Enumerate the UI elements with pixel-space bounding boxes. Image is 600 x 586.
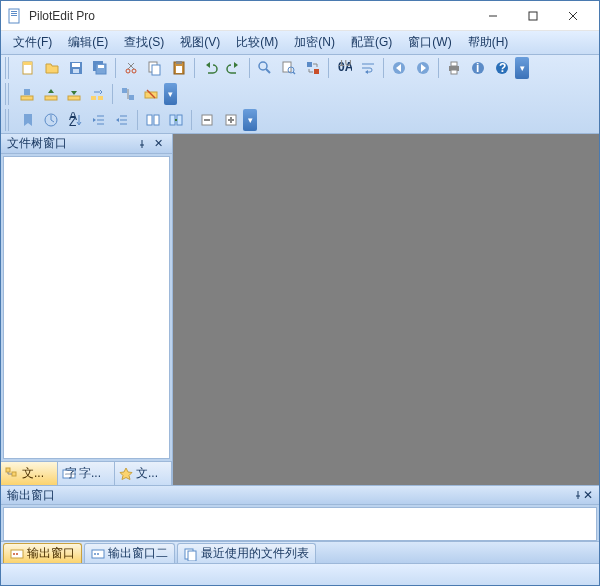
toolbar-separator [328,58,329,78]
svg-line-29 [293,72,295,74]
menu-window[interactable]: 窗口(W) [400,32,459,53]
undo-button[interactable] [199,57,221,79]
menu-config[interactable]: 配置(G) [343,32,400,53]
find-button[interactable] [254,57,276,79]
svg-rect-74 [6,468,10,472]
svg-rect-30 [307,62,312,67]
svg-rect-23 [176,61,182,64]
redo-button[interactable] [223,57,245,79]
close-panel-icon[interactable]: ✕ [150,136,166,152]
sidebar-tabs: 文... 字 字... 文... [1,461,172,485]
svg-point-79 [13,553,15,555]
close-panel-icon[interactable]: ✕ [583,488,593,502]
paste-button[interactable] [168,57,190,79]
bottom-tab-output[interactable]: 输出窗口 [3,543,82,563]
minimize-button[interactable] [473,2,513,30]
title-bar[interactable]: PilotEdit Pro [1,1,599,31]
compare-button[interactable] [142,109,164,131]
pin-icon[interactable] [573,490,583,500]
body-area: 文件树窗口 ✕ 文... 字 字... 文... [1,134,599,485]
svg-point-25 [259,62,267,70]
copy-button[interactable] [144,57,166,79]
bottom-tab-output2[interactable]: 输出窗口二 [84,543,175,563]
toolbar-overflow[interactable]: ▾ [243,109,257,131]
bottom-tab-label: 最近使用的文件列表 [201,545,309,562]
star-icon [119,467,133,481]
cut-button[interactable] [120,57,142,79]
toolbar-overflow[interactable]: ▾ [164,83,178,105]
file-tree-body[interactable] [3,156,170,459]
sidebar-tab-favorites[interactable]: 文... [115,462,172,485]
merge-button[interactable] [166,109,188,131]
save-button[interactable] [65,57,87,79]
next-button[interactable] [412,57,434,79]
sidebar-tab-label: 字... [79,465,101,482]
menu-compare[interactable]: 比较(M) [228,32,286,53]
output-body[interactable] [3,507,597,541]
toolbar-grip[interactable] [5,57,11,79]
bookmark-button[interactable] [17,109,39,131]
output-header: 输出窗口 ✕ [1,485,599,505]
hex-button[interactable]: 0A10 [333,57,355,79]
svg-rect-1 [11,11,17,12]
sidebar-tab-files[interactable]: 文... [1,462,58,485]
open-file-button[interactable] [41,57,63,79]
print-button[interactable] [443,57,465,79]
sort-button[interactable]: AZ [64,109,86,131]
menu-search[interactable]: 查找(S) [116,32,172,53]
menu-edit[interactable]: 编辑(E) [60,32,116,53]
svg-rect-11 [72,63,80,67]
ftp-upload-button[interactable] [40,83,61,105]
toolbar-overflow[interactable]: ▾ [515,57,529,79]
replace-button[interactable] [302,57,324,79]
svg-text:?: ? [499,61,506,75]
toolbar-row-3: AZ ▾ [1,107,261,133]
svg-rect-47 [45,96,57,100]
help-button[interactable]: ? [491,57,513,79]
outdent-button[interactable] [111,109,133,131]
ftp-download-button[interactable] [63,83,84,105]
collapse-button[interactable] [196,109,218,131]
svg-text:10: 10 [338,60,352,69]
svg-rect-3 [11,15,17,16]
wrap-button[interactable] [357,57,379,79]
menu-encrypt[interactable]: 加密(N) [286,32,343,53]
goto-button[interactable] [40,109,62,131]
indent-button[interactable] [88,109,110,131]
toolbar-separator [383,58,384,78]
svg-point-16 [126,69,130,73]
sidebar-tab-chars[interactable]: 字 字... [58,462,115,485]
menu-help[interactable]: 帮助(H) [460,32,517,53]
toolbar-separator [194,58,195,78]
svg-rect-45 [21,96,33,100]
editor-area[interactable] [173,134,599,485]
prev-button[interactable] [388,57,410,79]
ftp-connect-button[interactable] [17,83,38,105]
ftp-refresh-button[interactable] [117,83,138,105]
svg-rect-31 [314,69,319,74]
svg-rect-39 [451,62,457,66]
svg-rect-85 [188,551,196,561]
new-file-button[interactable] [17,57,39,79]
menu-view[interactable]: 视图(V) [172,32,228,53]
about-button[interactable]: i [467,57,489,79]
pin-icon[interactable] [134,136,150,152]
output-icon [91,547,105,561]
bottom-tab-recent[interactable]: 最近使用的文件列表 [177,543,316,563]
output-icon [10,547,24,561]
toolbar-grip[interactable] [5,83,11,105]
save-all-button[interactable] [89,57,111,79]
toolbar-grip[interactable] [5,109,11,131]
ftp-sync-button[interactable] [87,83,108,105]
sidebar-tab-label: 文... [22,465,44,482]
svg-rect-65 [147,115,152,125]
find-in-files-button[interactable] [278,57,300,79]
svg-rect-15 [98,65,104,68]
ftp-disconnect-button[interactable] [140,83,161,105]
close-button[interactable] [553,2,593,30]
maximize-button[interactable] [513,2,553,30]
expand-button[interactable] [220,109,242,131]
svg-point-83 [97,553,99,555]
toolbar-separator [112,84,113,104]
menu-file[interactable]: 文件(F) [5,32,60,53]
